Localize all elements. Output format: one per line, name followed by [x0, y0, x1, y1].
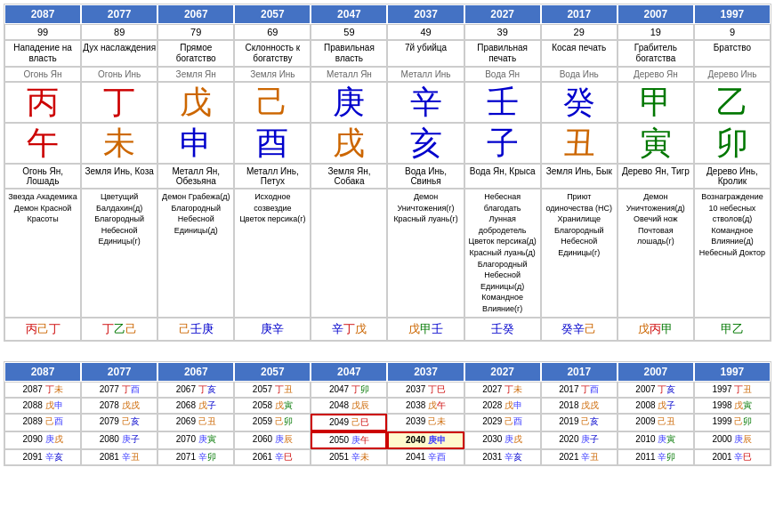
bottom-kanji-9: 甲乙 [694, 318, 771, 341]
life-cell-3-2: 2070 庚寅 [157, 431, 234, 449]
bottom-kanji-0: 丙己丁 [4, 318, 81, 341]
life-header-7: 2017 [541, 362, 618, 382]
col-header-0: 2087 [4, 4, 81, 24]
kanji-top-9: 乙 [694, 82, 771, 123]
life-header-8: 2007 [618, 362, 694, 382]
life-cell-4-2: 2071 辛卯 [157, 449, 234, 465]
label-cell-1: Дух наслаждения [81, 40, 157, 67]
life-cell-0-3: 2057 丁丑 [234, 382, 311, 398]
element-cell-0: Огонь Ян [4, 67, 81, 82]
kanji-bottom-4: 戌 [311, 123, 387, 164]
main-container: 2087207720672057204720372027201720071997… [0, 0, 775, 470]
life-header-5: 2037 [387, 362, 464, 382]
stars-cell-5: Демон Уничтожения(г) Красный луань(г) [387, 189, 464, 318]
col-header-8: 2007 [618, 4, 694, 24]
num-cell-3: 69 [234, 24, 311, 40]
element-cell-9: Дерево Инь [694, 67, 771, 82]
stars-cell-3: Исходное созвездие Цветок персика(г) [234, 189, 311, 318]
life-cell-4-7: 2021 辛丑 [541, 449, 618, 465]
stars-cell-6: Небесная благодать Лунная добродетель Цв… [464, 189, 541, 318]
kanji-bottom-3: 酉 [234, 123, 311, 164]
life-cell-1-6: 2028 戊申 [464, 398, 541, 414]
kanji-bottom-9: 卯 [694, 123, 771, 164]
element-cell-8: Дерево Ян [618, 67, 694, 82]
kanji-bottom-5: 亥 [387, 123, 464, 164]
life-cell-2-9: 1999 己卯 [694, 414, 771, 431]
elem-desc-4: Земля Ян, Собака [311, 164, 387, 189]
kanji-bottom-0: 午 [4, 123, 81, 164]
life-cell-4-6: 2031 辛亥 [464, 449, 541, 465]
life-cell-0-7: 2017 丁酉 [541, 382, 618, 398]
life-cell-3-4: 2050 庚午 [311, 431, 387, 449]
life-cell-1-9: 1998 戊寅 [694, 398, 771, 414]
life-cell-3-9: 2000 庚辰 [694, 431, 771, 449]
col-header-4: 2047 [311, 4, 387, 24]
life-cell-0-4: 2047 丁卯 [311, 382, 387, 398]
col-header-9: 1997 [694, 4, 771, 24]
bottom-kanji-6: 壬癸 [464, 318, 541, 341]
bottom-kanji-2: 己壬庚 [157, 318, 234, 341]
life-cell-1-7: 2018 戊戌 [541, 398, 618, 414]
kanji-top-2: 戊 [157, 82, 234, 123]
life-cell-2-3: 2059 己卯 [234, 414, 311, 431]
num-cell-6: 39 [464, 24, 541, 40]
col-header-2: 2067 [157, 4, 234, 24]
life-header-2: 2067 [157, 362, 234, 382]
stars-cell-8: Демон Уничтожения(д) Овечий нож Почтовая… [618, 189, 694, 318]
bottom-kanji-5: 戊甲壬 [387, 318, 464, 341]
life-cell-2-4: 2049 己巳 [311, 414, 387, 431]
label-cell-5: 7й убийца [387, 40, 464, 67]
life-cell-1-1: 2078 戊戌 [81, 398, 157, 414]
kanji-bottom-7: 丑 [541, 123, 618, 164]
life-header-0: 2087 [4, 362, 81, 382]
col-header-1: 2077 [81, 4, 157, 24]
life-cell-1-8: 2008 戊子 [618, 398, 694, 414]
life-cell-2-8: 2009 己丑 [618, 414, 694, 431]
num-cell-8: 19 [618, 24, 694, 40]
stars-cell-7: Приют одиночества (НС) Хранилище Благоро… [541, 189, 618, 318]
life-cell-3-1: 2080 庚子 [81, 431, 157, 449]
life-header-6: 2027 [464, 362, 541, 382]
life-cell-2-0: 2089 己酉 [4, 414, 81, 431]
life-title [4, 351, 771, 358]
num-cell-7: 29 [541, 24, 618, 40]
life-cell-4-4: 2051 辛未 [311, 449, 387, 465]
life-cell-2-1: 2079 己亥 [81, 414, 157, 431]
elem-desc-7: Земля Инь, Бык [541, 164, 618, 189]
life-header-3: 2057 [234, 362, 311, 382]
life-cell-0-9: 1997 丁丑 [694, 382, 771, 398]
life-cell-0-8: 2007 丁亥 [618, 382, 694, 398]
label-cell-4: Правильная власть [311, 40, 387, 67]
element-cell-7: Вода Инь [541, 67, 618, 82]
element-cell-5: Металл Инь [387, 67, 464, 82]
life-cell-4-0: 2091 辛亥 [4, 449, 81, 465]
kanji-bottom-6: 子 [464, 123, 541, 164]
bottom-kanji-1: 丁乙己 [81, 318, 157, 341]
label-cell-2: Прямое богатство [157, 40, 234, 67]
stars-cell-2: Демон Грабежа(д) Благородный Небесной Ед… [157, 189, 234, 318]
life-cell-4-8: 2011 辛卯 [618, 449, 694, 465]
label-cell-9: Братство [694, 40, 771, 67]
label-cell-6: Правильная печать [464, 40, 541, 67]
life-cell-3-8: 2010 庚寅 [618, 431, 694, 449]
life-cell-0-5: 2037 丁巳 [387, 382, 464, 398]
kanji-top-0: 丙 [4, 82, 81, 123]
life-header-4: 2047 [311, 362, 387, 382]
element-cell-3: Земля Инь [234, 67, 311, 82]
bottom-kanji-3: 庚辛 [234, 318, 311, 341]
kanji-top-7: 癸 [541, 82, 618, 123]
element-cell-2: Земля Ян [157, 67, 234, 82]
kanji-top-1: 丁 [81, 82, 157, 123]
life-cell-4-9: 2001 辛巳 [694, 449, 771, 465]
num-cell-4: 59 [311, 24, 387, 40]
bottom-kanji-7: 癸辛己 [541, 318, 618, 341]
life-cell-3-6: 2030 庚戌 [464, 431, 541, 449]
col-header-3: 2057 [234, 4, 311, 24]
elem-desc-6: Вода Ян, Крыса [464, 164, 541, 189]
life-cell-1-4: 2048 戊辰 [311, 398, 387, 414]
bottom-kanji-8: 戊丙甲 [618, 318, 694, 341]
life-section: 2087207720672057204720372027201720071997… [4, 351, 771, 466]
num-cell-2: 79 [157, 24, 234, 40]
life-cell-1-3: 2058 戊寅 [234, 398, 311, 414]
life-cell-1-2: 2068 戊子 [157, 398, 234, 414]
